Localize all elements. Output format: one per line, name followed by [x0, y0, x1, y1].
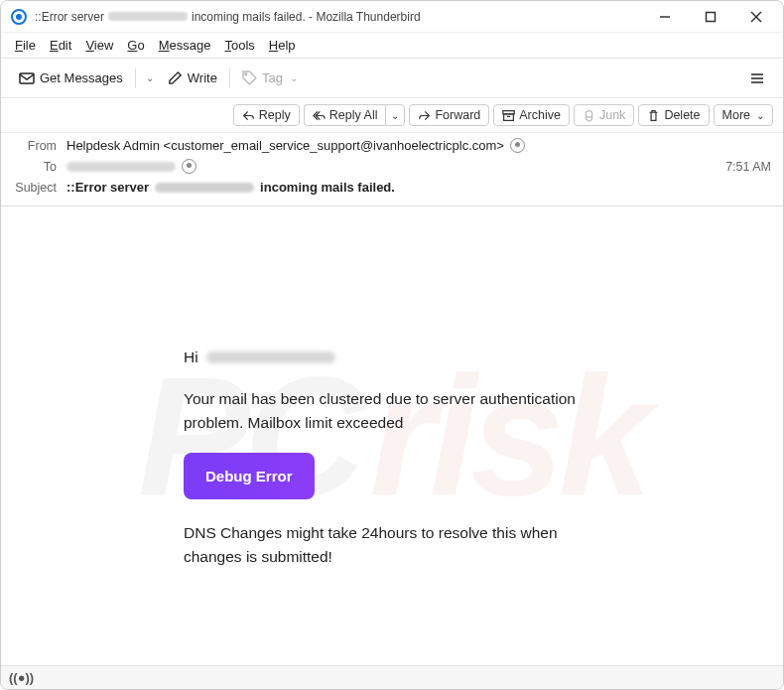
tag-label: Tag — [262, 70, 283, 85]
reply-button[interactable]: Reply — [233, 104, 300, 126]
to-label: To — [13, 160, 57, 174]
svg-rect-10 — [504, 113, 514, 120]
greeting-line: Hi — [184, 345, 600, 369]
forward-label: Forward — [435, 108, 480, 122]
body-paragraph-2: DNS Changes might take 24hours to resolv… — [184, 521, 600, 569]
window-title: ::Error server incoming mails failed. - … — [35, 10, 642, 24]
message-body-area: PCrisk Hi Your mail has been clustered d… — [1, 207, 783, 665]
get-messages-dropdown[interactable]: ⌄ — [140, 72, 160, 83]
forward-button[interactable]: Forward — [409, 104, 489, 126]
menu-go[interactable]: Go — [121, 36, 150, 55]
more-button[interactable]: More ⌄ — [714, 104, 773, 126]
connection-status-icon[interactable]: ((●)) — [9, 670, 34, 685]
svg-rect-1 — [707, 12, 716, 21]
write-button[interactable]: Write — [160, 67, 225, 89]
statusbar: ((●)) — [1, 665, 783, 689]
menu-tools[interactable]: Tools — [218, 36, 260, 55]
hamburger-menu[interactable] — [741, 67, 773, 90]
header-to-row: To 7:51 AM — [13, 156, 771, 177]
menubar: File Edit View Go Message Tools Help — [1, 33, 783, 59]
greeting-redacted — [206, 351, 335, 363]
delete-label: Delete — [664, 108, 700, 122]
email-content: Hi Your mail has been clustered due to s… — [184, 345, 600, 569]
archive-button[interactable]: Archive — [493, 104, 570, 126]
body-paragraph-1: Your mail has been clustered due to serv… — [184, 387, 600, 435]
title-suffix: incoming mails failed. - Mozilla Thunder… — [192, 10, 421, 24]
toolbar-separator — [135, 69, 136, 88]
menu-edit[interactable]: Edit — [44, 36, 77, 55]
svg-point-5 — [245, 73, 247, 75]
maximize-button[interactable] — [688, 2, 733, 32]
greeting-text: Hi — [184, 345, 198, 369]
subject-redacted — [155, 183, 254, 193]
reply-all-label: Reply All — [329, 108, 378, 122]
menu-view[interactable]: View — [79, 36, 119, 55]
junk-button[interactable]: Junk — [574, 104, 634, 126]
svg-rect-4 — [20, 73, 34, 83]
contact-icon[interactable] — [510, 138, 525, 153]
title-redacted — [108, 12, 188, 21]
titlebar: ::Error server incoming mails failed. - … — [1, 1, 783, 33]
more-label: More — [722, 108, 750, 122]
from-label: From — [13, 139, 57, 153]
header-subject-row: Subject ::Error server incoming mails fa… — [13, 177, 771, 198]
reply-label: Reply — [259, 108, 291, 122]
to-value[interactable] — [66, 159, 725, 174]
menu-help[interactable]: Help — [263, 36, 302, 55]
contact-icon[interactable] — [182, 159, 196, 174]
get-messages-label: Get Messages — [40, 70, 123, 85]
email-body: Hi Your mail has been clustered due to s… — [1, 207, 783, 665]
minimize-button[interactable] — [642, 2, 688, 32]
app-window: ::Error server incoming mails failed. - … — [0, 0, 784, 690]
window-controls — [642, 2, 779, 32]
archive-label: Archive — [519, 108, 561, 122]
get-messages-button[interactable]: Get Messages — [11, 67, 131, 90]
message-headers: From Helpdesk Admin <customer_email_serv… — [1, 133, 783, 207]
write-label: Write — [188, 70, 217, 85]
svg-point-12 — [586, 110, 592, 117]
tag-button[interactable]: Tag ⌄ — [234, 67, 306, 89]
to-redacted — [66, 162, 176, 172]
subject-value: ::Error server incoming mails failed. — [66, 180, 771, 195]
message-time: 7:51 AM — [725, 160, 771, 174]
junk-label: Junk — [599, 108, 625, 122]
header-from-row: From Helpdesk Admin <customer_email_serv… — [13, 135, 771, 156]
thunderbird-icon — [11, 9, 27, 25]
delete-button[interactable]: Delete — [638, 104, 709, 126]
reply-all-dropdown[interactable]: ⌄ — [385, 104, 405, 126]
toolbar-separator — [229, 69, 230, 88]
toolbar: Get Messages ⌄ Write Tag ⌄ — [1, 59, 783, 98]
reply-all-button[interactable]: Reply All — [304, 104, 386, 126]
debug-error-label: Debug Error — [205, 468, 293, 484]
debug-error-button[interactable]: Debug Error — [184, 453, 315, 499]
close-button[interactable] — [733, 2, 779, 32]
from-value[interactable]: Helpdesk Admin <customer_email_service_s… — [66, 138, 771, 153]
menu-message[interactable]: Message — [153, 36, 217, 55]
reply-all-group: Reply All ⌄ — [304, 104, 406, 126]
subject-label: Subject — [13, 181, 57, 195]
message-actions-bar: Reply Reply All ⌄ Forward Archive Junk D… — [1, 98, 783, 133]
menu-file[interactable]: File — [9, 36, 42, 55]
title-prefix: ::Error server — [35, 10, 104, 24]
